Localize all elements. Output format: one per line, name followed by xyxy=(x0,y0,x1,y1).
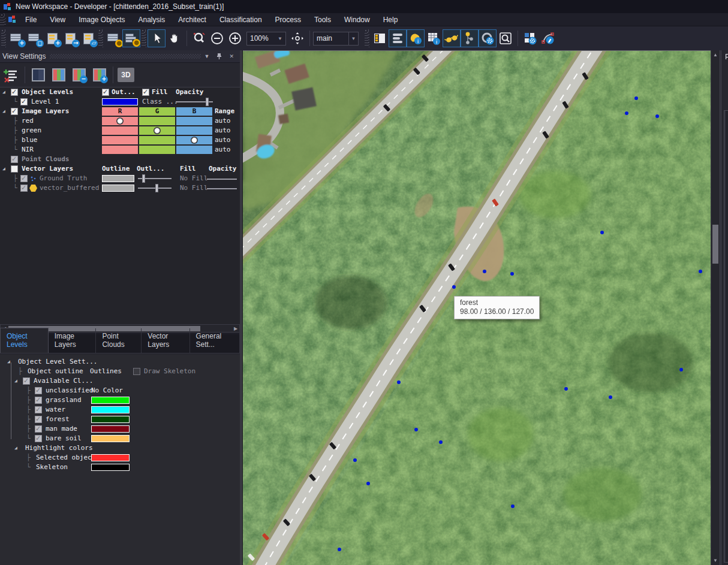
tree-row-level1[interactable]: └ Level 1 Class ... xyxy=(0,97,240,107)
green-g-cell[interactable] xyxy=(139,126,175,135)
red-g-cell[interactable] xyxy=(139,117,175,125)
chevron-down-icon[interactable]: ▼ xyxy=(201,53,213,59)
close-icon[interactable]: ✕ xyxy=(225,53,237,59)
tree-row-point-clouds[interactable]: Point Clouds xyxy=(0,155,240,164)
red-r-cell[interactable] xyxy=(102,117,138,125)
scroll-down-arrow-icon[interactable]: ▼ xyxy=(711,558,720,563)
expand-arrow-icon[interactable]: ◢ xyxy=(14,443,17,453)
hierarchy-icon[interactable] xyxy=(461,29,479,47)
blue-range-value[interactable]: auto xyxy=(215,135,231,145)
class-grassland-swatch[interactable] xyxy=(91,397,130,404)
view-settings-header[interactable]: View Settings ▼ ✕ xyxy=(0,50,240,63)
area-zoom-icon[interactable] xyxy=(190,29,208,47)
menu-process[interactable]: Process xyxy=(269,14,308,26)
expand-arrow-icon[interactable]: ◢ xyxy=(2,87,5,97)
vector-buffered-width-slider[interactable] xyxy=(138,185,172,191)
red-range-value[interactable]: auto xyxy=(215,116,231,126)
3d-view-button[interactable]: 3D xyxy=(118,68,134,82)
nir-g-cell[interactable] xyxy=(139,146,175,154)
class-checkbox[interactable] xyxy=(35,406,42,413)
menu-file[interactable]: File xyxy=(19,14,43,26)
page-open-icon[interactable]: ▱ xyxy=(79,29,97,47)
vector-point-marker[interactable] xyxy=(609,395,612,399)
page-plus-icon[interactable]: + xyxy=(43,29,61,47)
radio-selected[interactable] xyxy=(154,128,160,134)
vector-point-marker[interactable] xyxy=(439,440,443,444)
document-icon[interactable] xyxy=(8,16,16,23)
expand-arrow-icon[interactable]: ◢ xyxy=(7,357,10,367)
tree-row-available-classes[interactable]: ◢ Available Cl... xyxy=(0,376,240,386)
zoom-level-select[interactable]: 100% ▼ xyxy=(246,32,286,46)
image-layers-checkbox[interactable] xyxy=(11,108,18,115)
tree-row-class-forest[interactable]: ├ forest xyxy=(0,415,240,424)
menu-image-objects[interactable]: Image Objects xyxy=(72,14,131,26)
radio-selected[interactable] xyxy=(117,118,123,124)
outlines-value[interactable]: Outlines xyxy=(90,367,122,376)
tree-row-highlight-colors[interactable]: ◢ Hightlight colors xyxy=(0,443,240,453)
vector-buffered-outline-swatch[interactable] xyxy=(102,185,134,192)
tree-row-ground-truth[interactable]: ├ Ground Truth No Fill xyxy=(0,174,240,183)
tree-row-vector-layers[interactable]: ◢ Vector Layers Outline Outl... Fill Opa… xyxy=(0,164,240,174)
tree-row-class-unclassified[interactable]: ├ unclassified No Color xyxy=(0,386,240,395)
outline-header-checkbox[interactable] xyxy=(102,89,109,96)
class-checkbox[interactable] xyxy=(35,416,42,423)
vector-point-marker[interactable] xyxy=(366,482,370,485)
map-vscrollbar[interactable]: ▲ ▼ xyxy=(711,50,720,565)
gear-circle-icon[interactable] xyxy=(479,29,497,47)
class-man-made-swatch[interactable] xyxy=(91,425,130,433)
radio-selected[interactable] xyxy=(191,137,197,143)
red-b-cell[interactable] xyxy=(176,117,212,125)
layers-lock-icon[interactable]: ◻ xyxy=(25,29,43,47)
menu-classification[interactable]: Classification xyxy=(213,14,269,26)
tree-row-layer-nir[interactable]: └ NIR auto xyxy=(0,145,240,155)
ground-truth-outline-swatch[interactable] xyxy=(102,175,134,182)
rgb-layer-view-icon[interactable] xyxy=(50,66,68,84)
level1-fill-label[interactable]: Class ... xyxy=(142,97,178,107)
class-checkbox[interactable] xyxy=(35,397,42,404)
green-b-cell[interactable] xyxy=(176,126,212,135)
green-r-cell[interactable] xyxy=(102,126,138,135)
tree-row-layer-green[interactable]: ├ green auto xyxy=(0,126,240,135)
tree-row-class-man-made[interactable]: ├ man made xyxy=(0,424,240,434)
tab-image-layers[interactable]: Image Layers xyxy=(49,328,97,353)
nir-b-cell[interactable] xyxy=(176,146,212,154)
tree-row-vector-buffered[interactable]: └ vector_buffered No Fill xyxy=(0,183,240,193)
ground-truth-checkbox[interactable] xyxy=(20,175,28,182)
single-layer-view-icon[interactable] xyxy=(29,66,47,84)
class-checkbox[interactable] xyxy=(35,425,42,433)
object-levels-checkbox[interactable] xyxy=(11,89,18,96)
green-range-value[interactable]: auto xyxy=(215,126,231,135)
vector-point-marker[interactable] xyxy=(655,114,659,118)
level1-opacity-slider[interactable] xyxy=(176,99,213,105)
tree-row-image-layers[interactable]: ◢ Image Layers R G B Range xyxy=(0,107,240,116)
vector-point-marker[interactable] xyxy=(338,548,341,551)
vector-point-marker[interactable] xyxy=(699,270,702,273)
expand-arrow-icon[interactable]: ◢ xyxy=(14,376,17,386)
menu-window[interactable]: Window xyxy=(338,14,377,26)
levels-list-icon[interactable] xyxy=(389,29,407,47)
layers-plus-icon[interactable]: + xyxy=(7,29,25,47)
vector-point-marker[interactable] xyxy=(452,285,456,289)
expand-arrow-icon[interactable]: ◢ xyxy=(2,107,5,116)
ground-truth-opacity-line[interactable] xyxy=(207,179,237,180)
panel-layout-icon[interactable] xyxy=(371,29,389,47)
grid-gear-icon[interactable] xyxy=(521,29,539,47)
tree-row-ols-root[interactable]: ◢ Object Level Sett... xyxy=(0,357,240,367)
menu-help[interactable]: Help xyxy=(377,14,405,26)
tab-vector-layers[interactable]: Vector Layers xyxy=(142,328,189,353)
tree-row-layer-blue[interactable]: ├ blue auto xyxy=(0,135,240,145)
vector-point-marker[interactable] xyxy=(634,96,638,100)
nir-r-cell[interactable] xyxy=(102,146,138,154)
class-checkbox[interactable] xyxy=(35,387,42,394)
class-water-swatch[interactable] xyxy=(91,406,130,413)
layers-clock-icon[interactable]: ● xyxy=(104,29,122,47)
blue-b-cell[interactable] xyxy=(176,136,212,144)
vector-point-marker[interactable] xyxy=(511,504,515,508)
page-import-icon[interactable]: → xyxy=(61,29,79,47)
level1-checkbox[interactable] xyxy=(20,98,28,105)
tab-point-clouds[interactable]: Point Clouds xyxy=(96,328,142,353)
blue-g-cell[interactable] xyxy=(139,136,175,144)
vector-point-marker[interactable] xyxy=(483,270,486,273)
scroll-up-arrow-icon[interactable]: ▲ xyxy=(711,52,720,58)
vector-point-marker[interactable] xyxy=(397,380,401,384)
